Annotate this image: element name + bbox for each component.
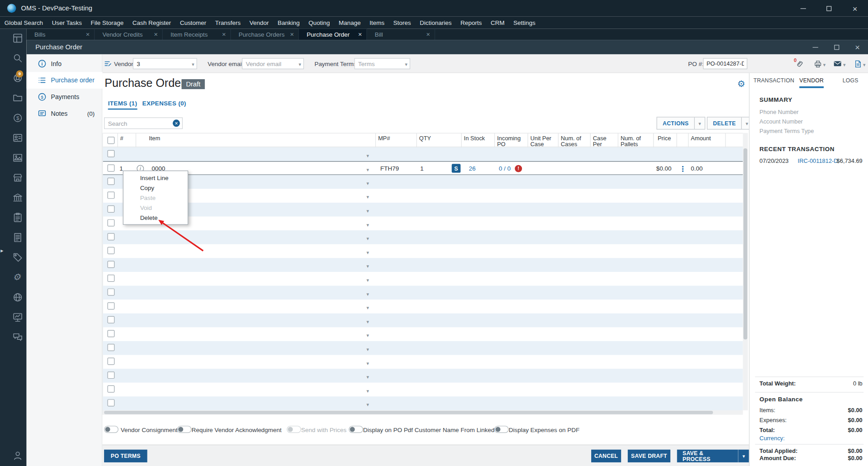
- menu-customer[interactable]: Customer: [175, 17, 211, 29]
- inner-close-button[interactable]: [847, 40, 868, 54]
- item-dropdown-caret[interactable]: [366, 272, 369, 287]
- item-dropdown-caret[interactable]: [366, 369, 369, 384]
- item-dropdown-caret[interactable]: [366, 341, 369, 357]
- header-mp[interactable]: MP#: [376, 133, 417, 148]
- row-checkbox[interactable]: [107, 344, 114, 351]
- save-process-button[interactable]: SAVE & PROCESS: [677, 450, 749, 462]
- export-document-button[interactable]: [854, 58, 865, 69]
- item-dropdown-caret[interactable]: [366, 300, 369, 315]
- delete-button[interactable]: DELETE: [707, 117, 753, 129]
- contacts-icon[interactable]: [13, 133, 23, 143]
- item-dropdown-caret[interactable]: [366, 175, 369, 190]
- maximize-button[interactable]: [816, 0, 842, 17]
- tab-item-receipts[interactable]: Item Receipts ×: [163, 29, 231, 40]
- tab-vendor-credits[interactable]: Vendor Credits ×: [95, 29, 163, 40]
- settings-icon[interactable]: [13, 272, 23, 282]
- inner-minimize-button[interactable]: [805, 40, 826, 54]
- header-amount[interactable]: Amount: [688, 133, 726, 148]
- toggle-display-customer-name[interactable]: [349, 426, 363, 433]
- chevron-down-icon[interactable]: [192, 59, 194, 69]
- search-input[interactable]: [104, 118, 171, 128]
- item-dropdown-caret[interactable]: [366, 383, 369, 398]
- header-in-stock[interactable]: In Stock: [462, 133, 495, 148]
- row-checkbox[interactable]: [107, 289, 114, 296]
- tab-close-icon[interactable]: ×: [86, 31, 90, 38]
- transaction-link[interactable]: IRC-0011812-D: [798, 157, 838, 164]
- chevron-down-icon[interactable]: [738, 450, 749, 462]
- item-dropdown-caret[interactable]: [366, 217, 369, 232]
- payment-terms-combo[interactable]: Terms: [354, 58, 410, 69]
- row-checkbox[interactable]: [107, 219, 114, 227]
- menu-user-tasks[interactable]: User Tasks: [47, 17, 86, 29]
- menu-banking[interactable]: Banking: [273, 17, 304, 29]
- tab-close-icon[interactable]: ×: [290, 31, 294, 38]
- row-checkbox[interactable]: [107, 316, 114, 323]
- menu-quoting[interactable]: Quoting: [304, 17, 334, 29]
- vendor-email-combo[interactable]: Vendor email: [242, 58, 304, 69]
- attachments-button[interactable]: 0: [796, 58, 804, 69]
- sidebar-item-info[interactable]: Info: [27, 55, 103, 72]
- row-kebab-menu-icon[interactable]: [679, 162, 687, 176]
- table-row-selected[interactable]: 1 0000 FTH79 1 S 26 0 / 0 $0.00 0.00: [103, 161, 743, 175]
- header-item[interactable]: Item: [136, 133, 376, 148]
- toggle-vendor-consignment[interactable]: [104, 426, 119, 433]
- qty-value[interactable]: 1: [420, 162, 423, 176]
- header-unit-per-case[interactable]: Unit Per Case: [528, 133, 559, 148]
- tab-bills[interactable]: Bills ×: [27, 29, 95, 40]
- context-copy[interactable]: Copy: [123, 183, 188, 193]
- in-stock-value[interactable]: 26: [469, 162, 476, 176]
- vertical-scrollbar[interactable]: [743, 133, 748, 410]
- menu-manage[interactable]: Manage: [334, 17, 365, 29]
- menu-cash-register[interactable]: Cash Register: [128, 17, 175, 29]
- save-draft-button[interactable]: SAVE DRAFT: [628, 450, 670, 462]
- context-delete[interactable]: Delete: [123, 213, 188, 223]
- menu-global-search[interactable]: Global Search: [0, 17, 47, 29]
- menu-crm[interactable]: CRM: [486, 17, 509, 29]
- item-dropdown-caret[interactable]: [366, 189, 369, 204]
- item-dropdown-caret[interactable]: [366, 396, 369, 412]
- chevron-down-icon[interactable]: [863, 59, 866, 69]
- row-checkbox[interactable]: [107, 399, 114, 406]
- menu-stores[interactable]: Stores: [389, 17, 415, 29]
- header-select-all[interactable]: [103, 133, 118, 148]
- folder-icon[interactable]: [13, 93, 23, 103]
- tags-icon[interactable]: [13, 252, 23, 262]
- menu-items[interactable]: Items: [365, 17, 389, 29]
- tab-vendor[interactable]: VENDOR: [799, 73, 824, 88]
- row-checkbox[interactable]: [107, 247, 114, 254]
- media-icon[interactable]: [13, 153, 23, 163]
- po-terms-button[interactable]: PO TERMS: [104, 450, 147, 462]
- header-num-of-cases[interactable]: Num. of Cases: [559, 133, 591, 148]
- toggle-require-vendor-ack[interactable]: [177, 426, 192, 433]
- cancel-button[interactable]: CANCEL: [591, 450, 621, 462]
- header-num-of-pallets[interactable]: Num. of Pallets: [618, 133, 654, 148]
- row-checkbox[interactable]: [107, 330, 114, 337]
- header-price[interactable]: Price: [654, 133, 677, 148]
- close-button[interactable]: [842, 0, 868, 17]
- row-checkbox[interactable]: [107, 385, 114, 393]
- header-incoming-po[interactable]: Incoming PO: [495, 133, 528, 148]
- row-checkbox[interactable]: [107, 275, 114, 282]
- print-button[interactable]: [814, 58, 825, 69]
- pos-monitor-icon[interactable]: [13, 312, 23, 322]
- sidebar-item-purchase-order[interactable]: Purchase order: [27, 72, 103, 89]
- tab-close-icon[interactable]: ×: [358, 31, 362, 38]
- chevron-down-icon[interactable]: [843, 59, 846, 69]
- user-icon[interactable]: [13, 451, 23, 461]
- inner-maximize-button[interactable]: [826, 40, 847, 54]
- horizontal-scrollbar[interactable]: [103, 410, 743, 415]
- tab-close-icon[interactable]: ×: [426, 31, 430, 38]
- menu-vendor[interactable]: Vendor: [245, 17, 273, 29]
- tab-close-icon[interactable]: ×: [154, 31, 158, 38]
- tab-transaction[interactable]: TRANSACTION: [754, 73, 794, 88]
- row-checkbox[interactable]: [107, 164, 114, 171]
- item-dropdown-caret[interactable]: [366, 355, 369, 370]
- header-case-per-pallet[interactable]: Case Per Pallet: [591, 133, 618, 148]
- email-button[interactable]: [833, 58, 846, 69]
- item-dropdown-caret[interactable]: [366, 230, 369, 246]
- globe-icon[interactable]: [13, 292, 23, 302]
- tab-close-icon[interactable]: ×: [222, 31, 226, 38]
- minimize-button[interactable]: [790, 0, 816, 17]
- item-dropdown-caret[interactable]: [366, 203, 369, 218]
- sidebar-item-payments[interactable]: $ Payments: [27, 89, 103, 105]
